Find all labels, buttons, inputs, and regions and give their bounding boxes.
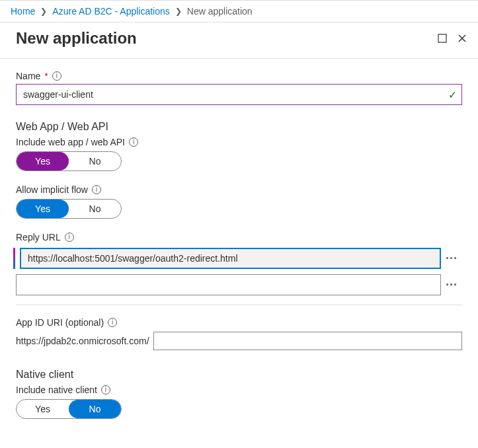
chevron-right-icon: ❯ [40, 7, 47, 16]
include-native-toggle[interactable]: Yes No [16, 399, 122, 419]
info-icon[interactable]: i [108, 318, 117, 327]
breadcrumb-home[interactable]: Home [11, 6, 35, 17]
include-native-label: Include native client i [16, 385, 462, 395]
info-icon[interactable]: i [52, 71, 61, 81]
page-title: New application [16, 29, 437, 48]
include-native-yes[interactable]: Yes [17, 400, 69, 418]
appid-uri-prefix: https://jpdab2c.onmicrosoft.com/ [16, 336, 149, 346]
more-options-button[interactable]: ··· [441, 248, 462, 269]
implicit-flow-yes[interactable]: Yes [17, 200, 69, 218]
reply-url-input[interactable] [16, 274, 441, 295]
info-icon[interactable]: i [101, 385, 110, 394]
include-webapp-label: Include web app / web API i [16, 137, 462, 147]
include-native-no[interactable]: No [69, 400, 121, 418]
appid-uri-input[interactable] [153, 332, 462, 350]
reply-url-input[interactable] [20, 248, 441, 269]
implicit-flow-no[interactable]: No [69, 200, 121, 218]
divider [16, 305, 462, 305]
include-webapp-no[interactable]: No [69, 152, 121, 170]
breadcrumb-apps[interactable]: Azure AD B2C - Applications [52, 6, 169, 17]
name-label: Name* i [16, 71, 462, 81]
blade-header: New application [0, 22, 478, 59]
name-input[interactable] [16, 84, 462, 105]
breadcrumb: Home ❯ Azure AD B2C - Applications ❯ New… [0, 0, 478, 22]
close-button[interactable] [457, 33, 467, 44]
implicit-flow-label: Allow implicit flow i [16, 184, 462, 195]
include-webapp-yes[interactable]: Yes [17, 152, 69, 170]
reply-url-row: ··· [16, 274, 462, 295]
appid-uri-label: App ID URI (optional) i [16, 317, 462, 328]
more-options-button[interactable]: ··· [441, 274, 462, 295]
info-icon[interactable]: i [129, 137, 138, 147]
svg-rect-0 [438, 34, 446, 42]
reply-url-row: ··· [16, 248, 462, 269]
info-icon[interactable]: i [92, 185, 101, 194]
breadcrumb-current: New application [187, 6, 253, 17]
required-asterisk: * [44, 71, 48, 81]
native-section-title: Native client [16, 369, 462, 381]
implicit-flow-toggle[interactable]: Yes No [16, 199, 122, 219]
include-webapp-toggle[interactable]: Yes No [16, 151, 122, 171]
checkmark-icon: ✓ [448, 89, 457, 101]
info-icon[interactable]: i [65, 233, 74, 242]
reply-url-label: Reply URL i [16, 232, 462, 243]
pin-button[interactable] [437, 33, 448, 44]
chevron-right-icon: ❯ [175, 7, 182, 16]
webapp-section-title: Web App / Web API [16, 121, 462, 133]
